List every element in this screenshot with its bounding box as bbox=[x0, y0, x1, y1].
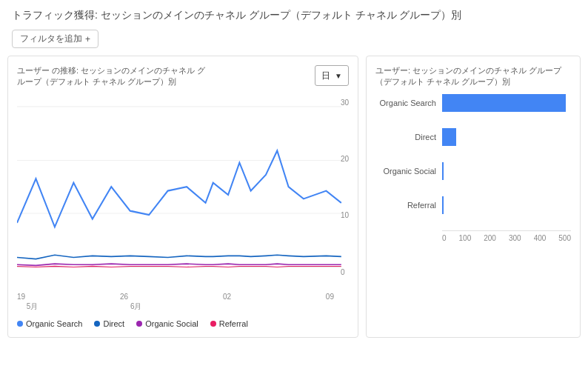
bar-track-direct bbox=[442, 128, 571, 146]
legend-label-organic-social: Organic Social bbox=[145, 319, 198, 328]
filter-plus-icon: + bbox=[85, 34, 90, 44]
x-axis-container: 19 26 02 09 5月 6月 bbox=[17, 293, 334, 312]
bar-label-referral: Referral bbox=[375, 201, 442, 210]
bar-x-400: 400 bbox=[534, 234, 547, 242]
bar-track-organic-social bbox=[442, 162, 571, 180]
main-content: ユーザー の推移: セッションのメインのチャネル グループ（デフォルト チャネル… bbox=[0, 56, 588, 338]
bar-label-organic-social: Organic Social bbox=[375, 167, 442, 176]
bar-x-axis-labels: 0 100 200 300 400 500 bbox=[442, 234, 571, 242]
x-date-26: 26 bbox=[120, 293, 128, 301]
bar-track-referral bbox=[442, 196, 571, 214]
bar-x-300: 300 bbox=[509, 234, 521, 242]
dropdown-chevron-icon: ▼ bbox=[335, 72, 342, 80]
legend-dot-direct bbox=[94, 321, 100, 327]
bar-row-organic-social: Organic Social bbox=[375, 162, 571, 180]
dropdown-value: 日 bbox=[321, 70, 330, 82]
filter-label: フィルタを追加 bbox=[20, 33, 82, 45]
y-label-30: 30 bbox=[341, 99, 349, 107]
legend-direct: Direct bbox=[94, 319, 124, 328]
add-filter-button[interactable]: フィルタを追加 + bbox=[12, 30, 98, 48]
bar-row-referral: Referral bbox=[375, 196, 571, 214]
bar-label-organic-search: Organic Search bbox=[375, 99, 442, 107]
bar-fill-direct bbox=[442, 128, 456, 146]
x-date-19: 19 bbox=[17, 293, 25, 301]
bar-label-direct: Direct bbox=[375, 133, 442, 141]
legend-dot-organic-search bbox=[17, 321, 23, 327]
line-chart-svg bbox=[17, 99, 349, 291]
bar-fill-organic-search bbox=[442, 94, 566, 112]
bar-fill-referral bbox=[442, 196, 444, 214]
date-dropdown[interactable]: 日 ▼ bbox=[315, 65, 349, 86]
bar-x-0: 0 bbox=[442, 234, 447, 242]
chart-legend: Organic Search Direct Organic Social Ref… bbox=[17, 319, 349, 328]
chart-header: ユーザー の推移: セッションのメインのチャネル グループ（デフォルト チャネル… bbox=[17, 65, 349, 94]
legend-organic-social: Organic Social bbox=[136, 319, 198, 328]
y-label-10: 10 bbox=[341, 211, 349, 219]
bar-chart-title: ユーザー: セッションのメインのチャネル グループ（デフォルト チャネル グルー… bbox=[375, 65, 571, 88]
filter-bar: フィルタを追加 + bbox=[0, 27, 588, 56]
line-chart-panel: ユーザー の推移: セッションのメインのチャネル グループ（デフォルト チャネル… bbox=[7, 56, 358, 338]
legend-label-direct: Direct bbox=[103, 319, 124, 328]
legend-label-referral: Referral bbox=[219, 319, 248, 328]
x-date-02: 02 bbox=[223, 293, 231, 301]
bar-chart-panel: ユーザー: セッションのメインのチャネル グループ（デフォルト チャネル グルー… bbox=[366, 56, 581, 338]
legend-dot-referral bbox=[210, 321, 216, 327]
legend-dot-organic-social bbox=[136, 321, 142, 327]
bar-x-100: 100 bbox=[459, 234, 472, 242]
y-axis-labels: 30 20 10 0 bbox=[341, 99, 349, 291]
legend-label-organic-search: Organic Search bbox=[26, 319, 82, 328]
line-chart-title: ユーザー の推移: セッションのメインのチャネル グループ（デフォルト チャネル… bbox=[17, 65, 210, 88]
bar-row-organic-search: Organic Search bbox=[375, 94, 571, 112]
bar-row-direct: Direct bbox=[375, 128, 571, 146]
bar-track-organic-search bbox=[442, 94, 571, 112]
bar-x-axis-line bbox=[442, 230, 571, 231]
x-date-09: 09 bbox=[326, 293, 334, 301]
line-chart-area: 30 20 10 0 bbox=[17, 99, 349, 291]
bar-fill-organic-social bbox=[442, 162, 444, 180]
bar-x-500: 500 bbox=[558, 234, 571, 242]
bar-chart-area: Organic Search Direct Organic Social bbox=[375, 94, 571, 294]
x-month-may: 5月 bbox=[27, 301, 39, 312]
x-axis-dates: 19 26 02 09 bbox=[17, 293, 334, 301]
y-label-20: 20 bbox=[341, 155, 349, 163]
page-title: トラフィック獲得: セッションのメインのチャネル グループ（デフォルト チャネル… bbox=[0, 0, 588, 27]
bar-x-200: 200 bbox=[484, 234, 496, 242]
y-label-0: 0 bbox=[341, 268, 349, 276]
legend-organic-search: Organic Search bbox=[17, 319, 82, 328]
legend-referral: Referral bbox=[210, 319, 248, 328]
x-month-june: 6月 bbox=[130, 301, 142, 312]
